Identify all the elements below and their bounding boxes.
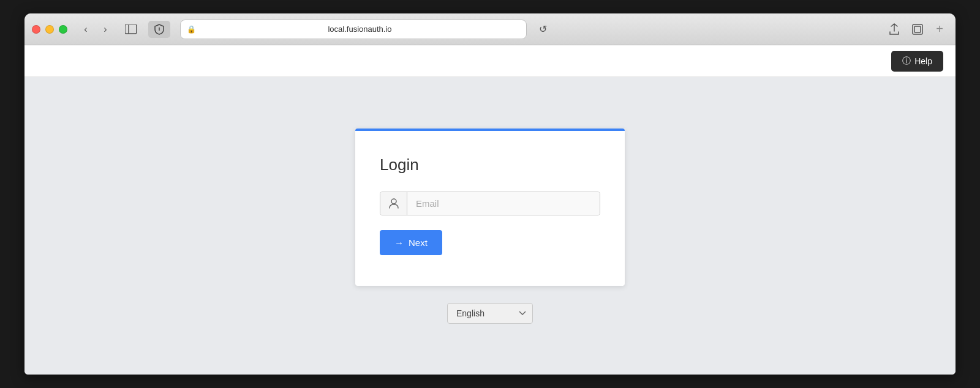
content-area: Login → Next English French Span [24,77,956,375]
refresh-icon: ↺ [539,23,547,35]
help-button[interactable]: ⓘ Help [891,51,943,72]
svg-point-6 [391,199,396,204]
back-icon: ‹ [84,24,87,35]
user-icon-area [380,192,407,215]
minimize-button[interactable] [45,25,54,34]
language-select[interactable]: English French Spanish German [447,303,533,324]
login-card: Login → Next [355,129,625,286]
toolbar-right: + [884,21,948,38]
title-bar: ‹ › 🔒 local.fusionauth.io ↺ [24,13,956,45]
refresh-button[interactable]: ↺ [534,21,551,38]
privacy-icon-button[interactable] [148,21,170,38]
email-input-group [380,192,600,215]
lock-icon: 🔒 [187,25,196,34]
email-input[interactable] [407,192,600,215]
svg-rect-5 [914,26,921,32]
login-title: Login [380,155,600,174]
svg-rect-0 [125,24,137,34]
help-icon: ⓘ [902,56,911,67]
top-bar: ⓘ Help [24,45,956,77]
next-label: Next [409,237,428,248]
add-tab-button[interactable]: + [931,21,948,38]
browser-window: ‹ › 🔒 local.fusionauth.io ↺ [24,13,956,375]
next-button[interactable]: → Next [380,230,442,255]
arrow-icon: → [394,237,404,248]
tab-overview-icon [912,24,923,35]
forward-icon: › [104,24,107,35]
help-label: Help [914,56,932,66]
svg-point-3 [159,27,160,28]
traffic-lights [32,25,67,34]
add-tab-icon: + [936,22,943,36]
close-button[interactable] [32,25,40,34]
user-icon [389,198,399,209]
back-button[interactable]: ‹ [77,21,94,38]
sidebar-icon [125,24,137,34]
nav-buttons: ‹ › [77,21,114,38]
sidebar-toggle-button[interactable] [121,21,141,38]
address-text: local.fusionauth.io [200,24,520,34]
shield-icon [154,24,164,35]
address-bar[interactable]: 🔒 local.fusionauth.io [180,20,527,39]
forward-button[interactable]: › [97,21,114,38]
maximize-button[interactable] [59,25,67,34]
share-button[interactable] [884,21,904,38]
tab-overview-button[interactable] [908,21,927,38]
share-icon [889,23,900,35]
language-selector-container: English French Spanish German [447,303,533,324]
